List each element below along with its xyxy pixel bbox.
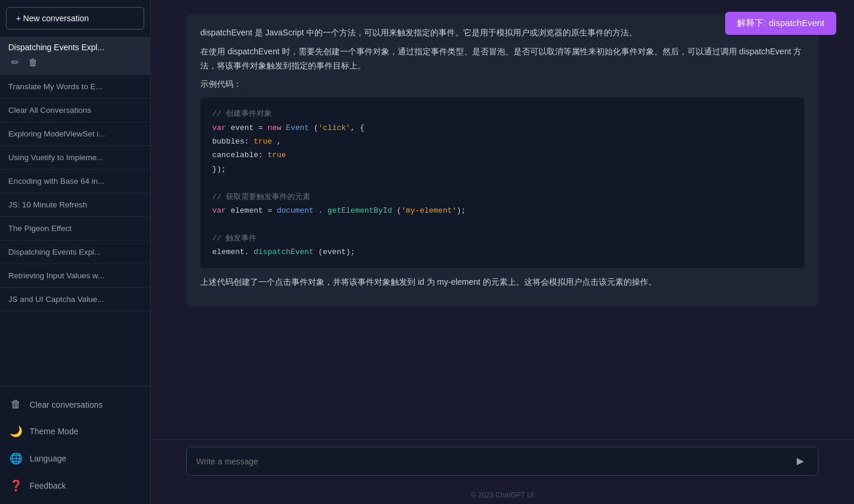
conversation-item-8[interactable]: Dispatching Events Expl... xyxy=(0,240,150,264)
active-conversation-title: Dispatching Events Expl... xyxy=(8,43,142,52)
intro-line-1: dispatchEvent 是 JavaScript 中的一个方法，可以用来触发… xyxy=(200,26,804,40)
feedback-label: Feedback xyxy=(30,481,66,490)
code-line-3: cancelable: true xyxy=(212,148,793,162)
message-input[interactable] xyxy=(196,457,792,466)
event-args-start: ('click', { xyxy=(314,123,365,132)
getbyid-method: getElementById xyxy=(327,206,392,215)
main-content: 解释下: dispatchEvent dispatchEvent 是 JavaS… xyxy=(151,0,854,504)
conversation-item-6[interactable]: JS: 10 Minute Refresh xyxy=(0,193,150,217)
footer-item-theme[interactable]: 🌙Theme Mode xyxy=(0,418,150,445)
footer-item-language[interactable]: 🌐Language xyxy=(0,445,150,472)
theme-icon: 🌙 xyxy=(9,425,22,438)
code-comment-3: // 触发事件 xyxy=(212,232,793,245)
chat-input-wrapper: ► xyxy=(186,447,819,476)
element-ref: element. xyxy=(212,248,249,256)
conversation-item-7[interactable]: The Pigeon Effect xyxy=(0,217,150,240)
code-block: // 创建事件对象 var event = new Event ('click'… xyxy=(200,97,804,268)
sidebar-footer: 🗑Clear conversations🌙Theme Mode🌐Language… xyxy=(0,386,150,504)
copyright-text: © 2023 ChatGPT UI xyxy=(151,487,854,504)
code-line-2: bubbles: true , xyxy=(212,135,793,148)
conversation-item-5[interactable]: Encoding with Base 64 in... xyxy=(0,170,150,193)
explain-dispatch-event-button[interactable]: 解释下: dispatchEvent xyxy=(725,12,836,35)
conversation-item-4[interactable]: Using Vuetify to Impleme... xyxy=(0,146,150,170)
sidebar: + New conversation Dispatching Events Ex… xyxy=(0,0,151,504)
event-var: event = xyxy=(230,123,267,132)
dispatch-event-call: dispatchEvent xyxy=(254,248,313,256)
theme-label: Theme Mode xyxy=(30,427,78,436)
code-line-1: var event = new Event ('click', { xyxy=(212,121,793,135)
edit-conversation-button[interactable]: ✏ xyxy=(8,56,22,69)
conversation-item-10[interactable]: JS and UI Captcha Value... xyxy=(0,288,150,311)
clear-label: Clear conversations xyxy=(30,400,103,409)
var-keyword-2: var xyxy=(212,206,226,215)
example-label: 示例代码： xyxy=(200,77,804,92)
conversation-item-3[interactable]: Exploring ModelViewSet i... xyxy=(0,122,150,146)
conversation-item-9[interactable]: Retrieving Input Values w... xyxy=(0,264,150,288)
document-ref: document xyxy=(277,206,313,215)
active-conversation[interactable]: Dispatching Events Expl... ✏ 🗑 xyxy=(0,37,150,75)
summary-text: 上述代码创建了一个点击事件对象，并将该事件对象触发到 id 为 my-eleme… xyxy=(200,275,804,290)
bubbles-val: true xyxy=(254,137,272,146)
delete-conversation-button[interactable]: 🗑 xyxy=(25,56,41,69)
message-block: dispatchEvent 是 JavaScript 中的一个方法，可以用来触发… xyxy=(186,14,819,306)
cancelable-prop: cancelable: xyxy=(212,151,268,160)
conversation-item-1[interactable]: Translate My Words to E... xyxy=(0,75,150,99)
feedback-icon: ❓ xyxy=(9,479,22,492)
chat-input-area: ► xyxy=(151,439,854,487)
code-comment-1: // 创建事件对象 xyxy=(212,107,793,121)
new-conversation-button[interactable]: + New conversation xyxy=(6,7,144,30)
language-icon: 🌐 xyxy=(9,452,22,465)
bubbles-prop: bubbles: xyxy=(212,137,254,146)
code-comment-2: // 获取需要触发事件的元素 xyxy=(212,190,793,204)
code-line-4: }); xyxy=(212,162,793,176)
code-line-6: element. dispatchEvent (event); xyxy=(212,245,793,259)
footer-item-clear[interactable]: 🗑Clear conversations xyxy=(0,391,150,418)
conversation-item-2[interactable]: Clear All Conversations xyxy=(0,99,150,122)
cancelable-val: true xyxy=(268,151,286,160)
clear-icon: 🗑 xyxy=(9,398,22,411)
intro-line-2: 在使用 dispatchEvent 时，需要先创建一个事件对象，通过指定事件类型… xyxy=(200,45,804,73)
var-keyword: var xyxy=(212,123,226,132)
event-constructor: Event xyxy=(286,123,309,132)
code-line-5: var element = document . getElementById … xyxy=(212,204,793,217)
language-label: Language xyxy=(30,454,66,463)
chat-area: 解释下: dispatchEvent dispatchEvent 是 JavaS… xyxy=(151,0,854,439)
conversation-list: Translate My Words to E...Clear All Conv… xyxy=(0,75,150,386)
send-button[interactable]: ► xyxy=(792,454,808,468)
new-keyword: new xyxy=(268,123,286,132)
footer-item-feedback[interactable]: ❓Feedback xyxy=(0,472,150,499)
